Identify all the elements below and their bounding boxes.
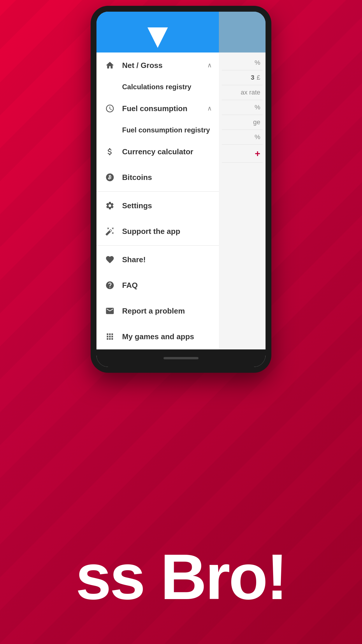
drawer-area: Net / Gross ∧ Calculations registry Fuel… [96,52,266,349]
phone-wrapper: Net / Gross ∧ Calculations registry Fuel… [91,0,271,373]
menu-label-faq: FAQ [122,281,212,290]
peek-tax-rate: ax rate [241,89,260,96]
question-icon [103,279,116,292]
peek-percent-2: % [254,104,260,111]
menu-item-currency-calculator[interactable]: Currency calculator [96,139,219,164]
menu-item-my-games[interactable]: My games and apps [96,324,219,349]
menu-label-settings: Settings [122,201,212,210]
fuel-registry-label: Fuel consumption registry [122,126,210,134]
menu-item-bitcoins[interactable]: Bitcoins [96,164,219,190]
heart-icon [103,253,116,266]
home-icon [103,59,116,72]
calculations-registry-label: Calculations registry [122,83,191,91]
phone-bottom-bar [96,349,266,367]
menu-item-faq[interactable]: FAQ [96,272,219,298]
menu-item-share[interactable]: Share! [96,247,219,272]
divider-2 [96,245,219,246]
phone-shell: Net / Gross ∧ Calculations registry Fuel… [91,6,271,373]
menu-item-settings[interactable]: Settings [96,193,219,218]
app-content-peek: % 3 £ ax rate % ge [219,52,266,349]
chevron-up-icon-fuel: ∧ [207,105,212,112]
menu-item-net-gross[interactable]: Net / Gross ∧ [96,52,219,78]
phone-screen: Net / Gross ∧ Calculations registry Fuel… [96,12,266,367]
peek-percent-1: % [254,59,260,66]
menu-sub-item-calculations-registry[interactable]: Calculations registry [96,78,219,96]
peek-row-3: ax rate [222,85,263,100]
speedometer-icon [103,102,116,115]
peek-row-2: 3 £ [222,70,263,85]
gear-icon [103,199,116,212]
peek-ge: ge [253,118,260,126]
menu-label-support: Support the app [122,227,212,236]
envelope-icon [103,304,116,317]
peek-row-7: + [222,145,263,163]
menu-label-my-games: My games and apps [122,332,212,341]
grid-icon [103,330,116,343]
app-header [96,12,266,52]
divider-1 [96,191,219,192]
currency-icon [103,145,116,158]
nav-drawer: Net / Gross ∧ Calculations registry Fuel… [96,52,219,349]
peek-row-1: % [222,55,263,70]
menu-label-net-gross: Net / Gross [122,61,207,70]
menu-item-report-problem[interactable]: Report a problem [96,298,219,324]
peek-row-6: % [222,130,263,145]
peek-percent-3: % [254,133,260,141]
menu-label-fuel-consumption: Fuel consumption [122,104,207,113]
peek-row-5: ge [222,115,263,130]
menu-label-share: Share! [122,255,212,264]
menu-sub-item-fuel-registry[interactable]: Fuel consumption registry [96,121,219,139]
peek-plus-button[interactable]: + [255,148,260,159]
peek-pound: £ [257,74,260,81]
menu-item-fuel-consumption[interactable]: Fuel consumption ∧ [96,96,219,121]
bitcoin-icon [103,171,116,184]
home-button[interactable] [164,357,198,359]
peek-value-3: 3 [251,74,254,81]
drawer-logo-icon [147,27,168,48]
menu-label-report: Report a problem [122,307,212,316]
menu-item-support-the-app[interactable]: Support the app [96,218,219,244]
peek-row-4: % [222,100,263,115]
menu-label-currency: Currency calculator [122,147,212,156]
menu-label-bitcoins: Bitcoins [122,173,212,182]
bottom-promotional-text: ss Bro! [0,545,362,609]
chevron-up-icon: ∧ [207,62,212,69]
magic-wand-icon [103,225,116,238]
